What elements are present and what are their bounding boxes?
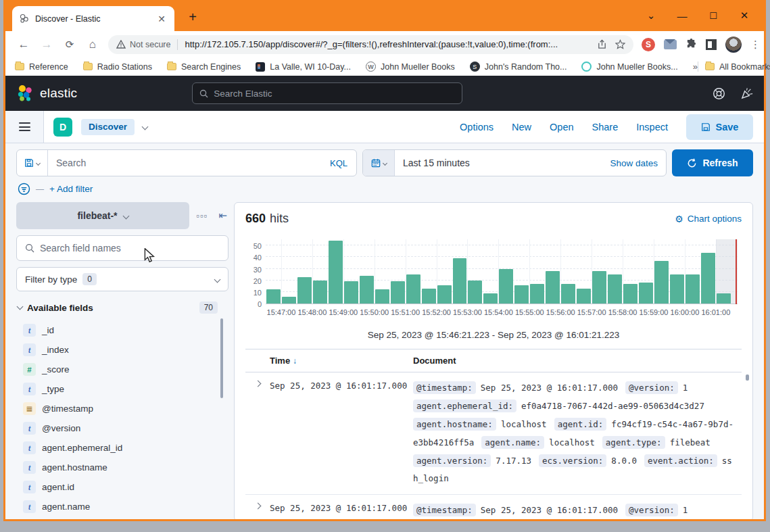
index-pattern-select[interactable]: filebeat-* — [16, 202, 189, 229]
histogram-bar[interactable] — [577, 289, 591, 304]
chevron-down-icon[interactable] — [142, 124, 149, 130]
window-minimize-button[interactable]: — — [675, 10, 690, 22]
browser-tab[interactable]: Discover - Elastic ✕ — [12, 6, 174, 31]
main-menu-button[interactable] — [5, 111, 44, 143]
field-item[interactable]: #_score — [16, 360, 228, 379]
tab-close-icon[interactable]: ✕ — [155, 14, 168, 24]
mail-extension-icon[interactable] — [664, 40, 677, 49]
histogram-bar[interactable] — [391, 281, 405, 304]
field-item[interactable]: tagent.name — [16, 497, 228, 516]
address-bar[interactable]: Not secure http://172.105.7.150/app/disc… — [108, 35, 633, 54]
bookmark-item[interactable]: Radio Stations — [83, 62, 152, 72]
histogram-bar[interactable] — [623, 284, 637, 304]
histogram-bar[interactable] — [685, 274, 700, 304]
histogram-bar[interactable] — [282, 297, 296, 304]
histogram-bar[interactable] — [375, 289, 389, 304]
back-button[interactable]: ← — [14, 35, 33, 54]
time-column-header[interactable]: Time↓ — [270, 356, 413, 366]
filter-set-icon[interactable] — [18, 183, 30, 195]
forward-button[interactable]: → — [37, 35, 56, 54]
expand-row-icon[interactable] — [254, 381, 261, 387]
histogram-bar[interactable] — [297, 277, 312, 304]
field-settings-icon[interactable]: ▫▫▫ — [197, 211, 208, 221]
histogram-bar[interactable] — [514, 285, 529, 304]
global-search-input[interactable]: Search Elastic — [192, 82, 462, 104]
saved-query-menu-button[interactable] — [17, 150, 48, 176]
histogram-bar[interactable] — [313, 281, 327, 304]
newsfeed-icon[interactable] — [740, 87, 753, 100]
bookmark-item[interactable]: Reference — [15, 62, 68, 72]
field-item[interactable]: tagent.hostname — [16, 458, 228, 477]
bookmark-item[interactable]: Search Engines — [167, 62, 241, 72]
elastic-logo[interactable]: elastic — [16, 84, 77, 102]
s-shield-extension-icon[interactable]: S — [642, 38, 655, 51]
query-language-button[interactable]: KQL — [330, 158, 356, 168]
window-close-button[interactable]: ✕ — [737, 9, 752, 22]
histogram-bar[interactable] — [360, 276, 374, 304]
histogram-bar[interactable] — [592, 271, 606, 304]
new-tab-button[interactable]: + — [184, 9, 201, 25]
histogram-bar[interactable] — [561, 284, 575, 304]
home-button[interactable]: ⌂ — [83, 35, 102, 54]
bookmark-item[interactable]: La Valle, WI 10-Day... — [256, 62, 351, 72]
window-dropdown-icon[interactable]: ⌄ — [644, 9, 658, 22]
histogram-bar[interactable] — [701, 253, 715, 304]
histogram-bar[interactable] — [344, 281, 358, 304]
window-maximize-button[interactable]: ☐ — [706, 11, 721, 21]
histogram-bar[interactable] — [608, 274, 622, 304]
show-dates-button[interactable]: Show dates — [610, 158, 666, 168]
bookmarks-overflow-icon[interactable]: » — [693, 62, 698, 72]
field-item[interactable]: ▦@timestamp — [16, 399, 228, 418]
space-avatar[interactable]: D — [53, 118, 72, 137]
histogram-bar[interactable] — [530, 284, 544, 304]
breadcrumb[interactable]: Discover — [81, 119, 135, 135]
all-bookmarks-button[interactable]: All Bookmarks — [705, 62, 770, 72]
histogram-bar[interactable] — [422, 289, 436, 304]
histogram-bar[interactable] — [717, 293, 731, 304]
topnav-share[interactable]: Share — [592, 122, 619, 132]
refresh-button[interactable]: Refresh — [672, 149, 753, 176]
histogram-bar[interactable] — [654, 261, 669, 304]
collapse-sidebar-icon[interactable]: ⇤ — [218, 210, 227, 222]
profile-avatar[interactable] — [725, 37, 742, 53]
topnav-open[interactable]: Open — [550, 122, 573, 132]
histogram-bar[interactable] — [406, 274, 420, 304]
histogram-bar[interactable] — [546, 271, 560, 304]
histogram-bar[interactable] — [670, 274, 684, 304]
histogram-bar[interactable] — [453, 258, 467, 304]
histogram-bar[interactable] — [329, 241, 343, 304]
hits-histogram[interactable]: 01020304050 — [245, 239, 742, 304]
available-fields-header[interactable]: Available fields 70 — [16, 301, 228, 314]
field-search-input[interactable]: Search field names — [16, 235, 228, 261]
save-button[interactable]: Save — [686, 114, 753, 140]
topnav-inspect[interactable]: Inspect — [636, 122, 668, 132]
field-item[interactable]: t_id — [16, 320, 228, 340]
expand-row-icon[interactable] — [254, 503, 261, 510]
field-item[interactable]: tagent.ephemeral_id — [16, 438, 228, 458]
topnav-options[interactable]: Options — [460, 122, 494, 132]
field-item[interactable]: tagent.id — [16, 477, 228, 497]
field-item[interactable]: t@version — [16, 418, 228, 438]
bookmark-star-icon[interactable] — [615, 39, 625, 49]
time-range-value[interactable]: Last 15 minutes — [395, 158, 610, 168]
table-scrollbar[interactable] — [746, 374, 749, 381]
field-item[interactable]: t_type — [16, 379, 228, 399]
query-input[interactable]: Search — [48, 158, 330, 168]
topnav-new[interactable]: New — [512, 122, 531, 132]
bookmark-item[interactable]: John Mueller Books... — [581, 62, 677, 72]
extensions-puzzle-icon[interactable] — [685, 39, 697, 50]
reload-button[interactable]: ⟳ — [60, 35, 79, 54]
histogram-bar[interactable] — [437, 285, 452, 304]
date-quick-menu-button[interactable] — [363, 150, 395, 176]
help-icon[interactable] — [713, 87, 725, 100]
add-filter-button[interactable]: + Add filter — [49, 184, 93, 194]
histogram-bar[interactable] — [639, 283, 653, 304]
chart-options-button[interactable]: ⚙ Chart options — [675, 214, 742, 224]
histogram-bar[interactable] — [266, 289, 281, 304]
filter-by-type-select[interactable]: Filter by type 0 — [16, 267, 228, 291]
share-icon[interactable] — [597, 39, 607, 49]
bookmark-item[interactable]: WJohn Mueller Books — [366, 62, 455, 72]
reader-extension-icon[interactable] — [706, 39, 717, 50]
histogram-bar[interactable] — [468, 281, 482, 304]
histogram-bar[interactable] — [499, 269, 513, 304]
